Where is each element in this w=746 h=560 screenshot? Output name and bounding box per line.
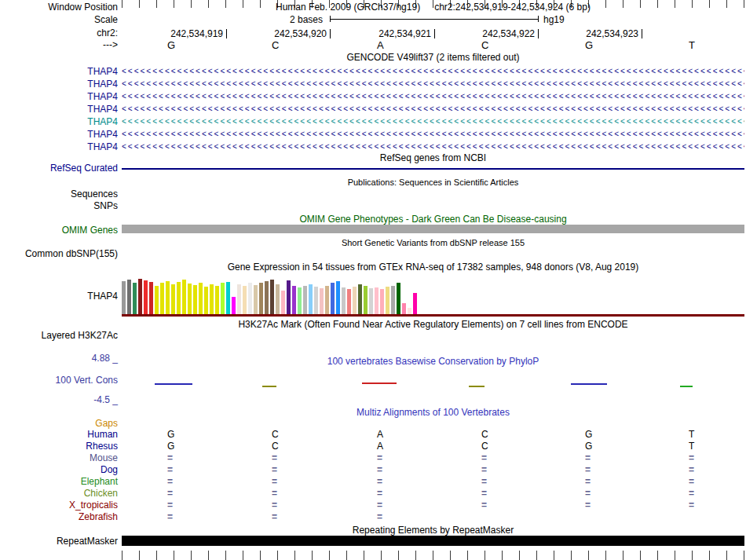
gtex-expression-bar[interactable] (364, 286, 368, 314)
gtex-expression-bar[interactable] (287, 280, 291, 314)
gtex-expression-bar[interactable] (259, 283, 263, 314)
gtex-expression-bar[interactable] (320, 288, 324, 314)
gene-transcript-line[interactable]: <<<<<<<<<<<<<<<<<<<<<<<<<<<<<<<<<<<<<<<<… (122, 116, 744, 126)
gtex-expression-bar[interactable] (166, 281, 170, 314)
gtex-expression-bar[interactable] (243, 286, 247, 314)
gtex-expression-bar[interactable] (215, 286, 219, 314)
species-label[interactable]: Elephant (0, 476, 118, 487)
gtex-expression-bar[interactable] (336, 281, 340, 314)
gtex-track-title[interactable]: Gene Expression in 54 tissues from GTEx … (122, 262, 744, 273)
snps-label[interactable]: SNPs (0, 200, 118, 211)
gtex-expression-bar[interactable] (402, 303, 406, 314)
gtex-expression-bar[interactable] (237, 284, 241, 314)
gene-transcript-line[interactable]: <<<<<<<<<<<<<<<<<<<<<<<<<<<<<<<<<<<<<<<<… (122, 66, 744, 76)
gtex-expression-bar[interactable] (177, 282, 181, 314)
gtex-expression-bar[interactable] (182, 280, 186, 314)
gtex-expression-bar[interactable] (413, 293, 417, 314)
gencode-track-title[interactable]: GENCODE V49lift37 (2 items filtered out) (122, 52, 744, 63)
gtex-expression-bar[interactable] (122, 281, 126, 314)
gene-transcript-line[interactable]: <<<<<<<<<<<<<<<<<<<<<<<<<<<<<<<<<<<<<<<<… (122, 79, 744, 89)
gtex-expression-bar[interactable] (347, 289, 351, 314)
gtex-expression-bar[interactable] (226, 282, 230, 314)
gtex-expression-bar[interactable] (331, 283, 335, 314)
phylop-signal[interactable] (262, 386, 276, 387)
species-label[interactable]: Mouse (0, 452, 118, 463)
species-label[interactable]: Human (0, 429, 118, 440)
gene-transcript-line[interactable]: <<<<<<<<<<<<<<<<<<<<<<<<<<<<<<<<<<<<<<<<… (122, 129, 744, 139)
multiz-track-title[interactable]: Multiz Alignments of 100 Vertebrates (122, 407, 744, 418)
gtex-expression-bar[interactable] (369, 288, 373, 314)
phylop-signal[interactable] (362, 382, 397, 384)
gtex-expression-bar[interactable] (204, 287, 208, 314)
species-label[interactable]: Dog (0, 464, 118, 475)
gene-label[interactable]: THAP4 (0, 129, 118, 140)
repeatmasker-track-title[interactable]: Repeating Elements by RepeatMasker (122, 525, 744, 536)
gtex-expression-bar[interactable] (292, 286, 296, 314)
gene-label[interactable]: THAP4 (0, 66, 118, 77)
gtex-expression-bar[interactable] (144, 280, 148, 314)
gtex-expression-bar[interactable] (133, 283, 137, 314)
gtex-expression-bar[interactable] (353, 287, 357, 314)
gene-label[interactable]: THAP4 (0, 91, 118, 102)
gtex-expression-bar[interactable] (281, 291, 285, 314)
omim-gene-bar[interactable] (122, 225, 744, 233)
gtex-expression-bar[interactable] (248, 283, 252, 314)
gtex-expression-bar[interactable] (221, 283, 225, 314)
gene-transcript-line[interactable]: <<<<<<<<<<<<<<<<<<<<<<<<<<<<<<<<<<<<<<<<… (122, 91, 744, 101)
gtex-expression-bar[interactable] (375, 287, 378, 314)
gtex-expression-bar[interactable] (298, 287, 302, 314)
gtex-expression-bar[interactable] (391, 286, 395, 314)
gtex-expression-bar[interactable] (309, 284, 313, 314)
gtex-expression-bar[interactable] (276, 284, 280, 314)
gtex-expression-bar[interactable] (199, 283, 203, 314)
gtex-expression-bar[interactable] (380, 289, 384, 314)
base-position-row[interactable]: GCACGT (0, 39, 746, 50)
gene-label[interactable]: THAP4 (0, 79, 118, 90)
repeatmasker-bar[interactable] (122, 536, 744, 546)
gtex-expression-bar[interactable] (160, 283, 164, 314)
repeatmasker-label[interactable]: RepeatMasker (0, 536, 118, 547)
gtex-expression-bar[interactable] (270, 280, 274, 314)
gtex-expression-bar[interactable] (188, 284, 192, 314)
gtex-expression-bar[interactable] (386, 287, 389, 314)
gtex-expression-bar[interactable] (193, 285, 197, 314)
gtex-expression-bar[interactable] (127, 280, 131, 314)
phylop-signal[interactable] (155, 383, 192, 385)
gtex-expression-bar[interactable] (303, 286, 307, 314)
gtex-bar-chart[interactable] (122, 278, 744, 314)
gtex-expression-bar[interactable] (265, 281, 269, 314)
species-label[interactable]: Rhesus (0, 441, 118, 452)
phylop-track-title[interactable]: 100 vertebrates Basewise Conservation by… (122, 356, 744, 367)
species-label[interactable]: Zebrafish (0, 511, 118, 522)
gtex-expression-bar[interactable] (138, 279, 142, 314)
sequences-label[interactable]: Sequences (0, 188, 118, 199)
gtex-expression-bar[interactable] (314, 287, 318, 314)
phylop-signal[interactable] (469, 386, 485, 387)
omim-genes-label[interactable]: OMIM Genes (0, 225, 118, 236)
refseq-track-title[interactable]: RefSeq genes from NCBI (122, 152, 744, 163)
bottom-ruler[interactable] (122, 551, 744, 560)
gene-label[interactable]: THAP4 (0, 104, 118, 115)
gtex-expression-bar[interactable] (155, 286, 159, 314)
refseq-curated-label[interactable]: RefSeq Curated (0, 163, 118, 174)
coordinate-row[interactable]: 242,534,919242,534,920242,534,921242,534… (0, 28, 746, 39)
gene-label[interactable]: THAP4 (0, 141, 118, 152)
refseq-gene-line[interactable] (122, 168, 744, 170)
gtex-expression-bar[interactable] (149, 282, 153, 314)
omim-track-title[interactable]: OMIM Gene Phenotypes - Dark Green Can Be… (122, 214, 744, 225)
dbsnp-track-title[interactable]: Short Genetic Variants from dbSNP releas… (122, 238, 744, 247)
gtex-gene-label[interactable]: THAP4 (0, 291, 118, 302)
gene-transcript-line[interactable]: <<<<<<<<<<<<<<<<<<<<<<<<<<<<<<<<<<<<<<<<… (122, 104, 744, 114)
publications-track-title[interactable]: Publications: Sequences in Scientific Ar… (122, 178, 744, 187)
gtex-expression-bar[interactable] (358, 284, 362, 314)
gene-transcript-line[interactable]: <<<<<<<<<<<<<<<<<<<<<<<<<<<<<<<<<<<<<<<<… (122, 141, 744, 152)
gtex-expression-bar[interactable] (210, 284, 214, 314)
gtex-expression-bar[interactable] (254, 285, 258, 314)
gtex-expression-bar[interactable] (342, 287, 346, 314)
species-label[interactable]: X_tropicalis (0, 500, 118, 511)
phylop-signal[interactable] (680, 386, 693, 387)
dbsnp-label[interactable]: Common dbSNP(155) (0, 248, 118, 259)
phylop-label[interactable]: 100 Vert. Cons (0, 375, 118, 386)
gtex-expression-bar[interactable] (408, 308, 411, 314)
gene-label[interactable]: THAP4 (0, 116, 118, 127)
